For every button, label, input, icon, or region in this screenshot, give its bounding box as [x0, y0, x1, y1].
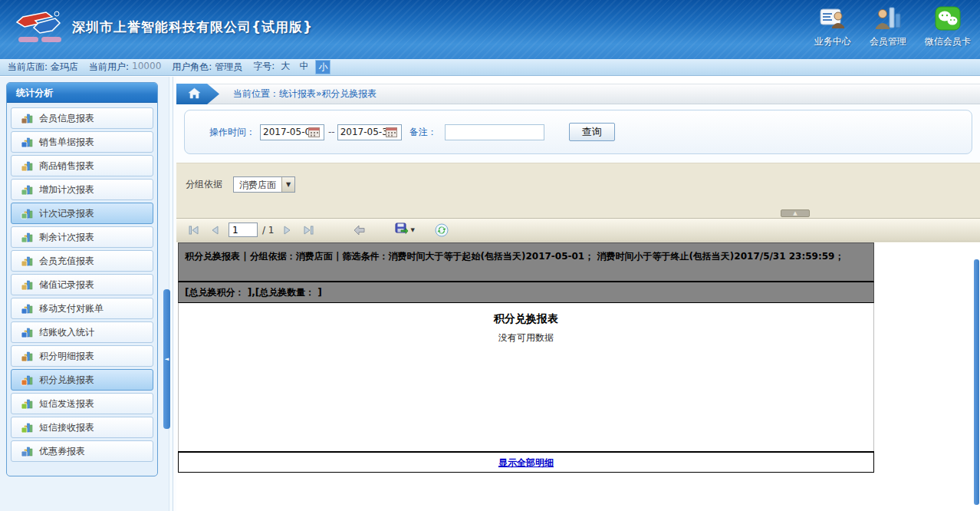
home-icon [188, 87, 201, 101]
next-page-button[interactable] [281, 223, 294, 237]
last-page-button[interactable] [301, 223, 315, 237]
page-number-input[interactable] [229, 223, 258, 237]
filter-panel: 操作时间： -- [176, 104, 980, 163]
top-header: 深圳市上誉智能科技有限公司{试用版} 业务中心 [0, 0, 980, 59]
add-count-report-icon [21, 183, 33, 196]
sidebar-item-label: 销售单据报表 [39, 136, 94, 149]
sidebar-statistics: 统计分析 会员信息报表销售单据报表商品销售报表增加计次报表计次记录报表剩余计次报… [6, 82, 158, 476]
report-body: 积分兑换报表 没有可用数据 [178, 303, 874, 451]
query-button[interactable]: 查询 [569, 123, 615, 141]
count-record-report-icon [21, 207, 33, 219]
date-from-field [260, 124, 324, 140]
coupon-report-icon [21, 445, 33, 457]
nav-label: 业务中心 [814, 35, 851, 48]
grouping-row: 分组依据 消费店面 ▼ [176, 163, 980, 193]
sidebar-item-1[interactable]: 会员信息报表 [11, 107, 153, 129]
calendar-icon[interactable] [386, 127, 397, 138]
sms-send-report-icon [21, 397, 33, 410]
sidebar-item-7[interactable]: 会员充值报表 [11, 250, 153, 272]
export-button[interactable]: ▼ [395, 223, 415, 238]
font-size-medium[interactable]: 中 [297, 60, 311, 74]
sidebar-list: 会员信息报表销售单据报表商品销售报表增加计次报表计次记录报表剩余计次报表会员充值… [7, 103, 157, 466]
export-dropdown-caret-icon: ▼ [411, 227, 415, 233]
report-footer: 显示全部明细 [178, 451, 874, 473]
report-totals-band: [总兑换积分： ],[总兑换数量： ] [178, 282, 874, 303]
font-size-small[interactable]: 小 [315, 60, 331, 74]
remaining-count-report-icon [21, 231, 33, 243]
sidebar-item-9[interactable]: 移动支付对账单 [11, 298, 153, 319]
info-bar: 当前店面:金玛店 当前用户:10000 用户角色:管理员 字号: 大 中 小 [0, 59, 980, 76]
sidebar-item-label: 积分兑换报表 [39, 374, 94, 387]
sidebar-item-14[interactable]: 短信接收报表 [11, 417, 153, 438]
sidebar-item-8[interactable]: 储值记录报表 [11, 274, 153, 295]
sidebar-item-label: 移动支付对账单 [39, 302, 104, 315]
report-toolbar: 分组依据 消费店面 ▼ ▲ / [176, 163, 980, 242]
dropdown-arrow-icon[interactable]: ▼ [281, 177, 294, 192]
sidebar-item-10[interactable]: 结账收入统计 [11, 321, 153, 343]
sidebar-title: 统计分析 [7, 83, 157, 103]
points-detail-report-icon [21, 350, 33, 362]
chevron-up-icon: ▲ [793, 210, 797, 216]
panel-splitter: ◄ [158, 77, 176, 511]
company-title: 深圳市上誉智能科技有限公司{试用版} [72, 18, 313, 36]
sidebar-item-15[interactable]: 优惠券报表 [11, 440, 153, 462]
nav-member-management[interactable]: 会员管理 [870, 6, 906, 48]
app-window: 深圳市上誉智能科技有限公司{试用版} 业务中心 [0, 0, 980, 511]
company-logo [12, 8, 67, 48]
sidebar-item-label: 商品销售报表 [39, 160, 94, 173]
user-role: 用户角色:管理员 [172, 61, 242, 74]
splitter-collapse-handle[interactable]: ◄ [163, 289, 170, 429]
main-content: 当前位置：统计报表»积分兑换报表 操作时间： [176, 77, 980, 511]
sidebar-item-13[interactable]: 短信发送报表 [11, 393, 153, 414]
date-from-input[interactable] [261, 127, 308, 137]
wechat-membercard-icon [935, 6, 961, 33]
grouping-label: 分组依据 [186, 178, 222, 191]
first-page-button[interactable] [187, 223, 201, 237]
grouping-select[interactable]: 消费店面 ▼ [233, 176, 295, 193]
vertical-scrollbar[interactable] [974, 259, 979, 505]
sidebar-item-12[interactable]: 积分兑换报表 [11, 369, 153, 391]
sidebar-item-3[interactable]: 商品销售报表 [11, 155, 153, 176]
member-info-report-icon [21, 112, 33, 124]
page-total: / 1 [262, 225, 275, 236]
date-to-field [337, 124, 402, 140]
sidebar-item-6[interactable]: 剩余计次报表 [11, 226, 153, 248]
breadcrumb: 当前位置：统计报表»积分兑换报表 [233, 87, 377, 101]
report-title: 积分兑换报表 [179, 312, 873, 326]
chevron-left-icon: ◄ [165, 356, 169, 362]
sidebar-item-label: 优惠券报表 [39, 445, 85, 458]
back-button[interactable] [353, 223, 367, 237]
goods-sales-report-icon [21, 160, 33, 172]
nav-business-center[interactable]: 业务中心 [814, 6, 851, 48]
nav-label: 微信会员卡 [925, 35, 971, 48]
date-to-input[interactable] [338, 127, 386, 137]
sidebar-item-11[interactable]: 积分明细报表 [11, 345, 153, 367]
note-label: 备注： [409, 126, 437, 139]
sidebar-item-2[interactable]: 销售单据报表 [11, 131, 153, 153]
breadcrumb-bar: 当前位置：统计报表»积分兑换报表 [176, 84, 980, 104]
sidebar-item-label: 会员信息报表 [39, 112, 94, 125]
font-size-large[interactable]: 大 [278, 60, 292, 74]
sidebar-item-label: 短信发送报表 [39, 397, 94, 410]
sidebar-item-label: 计次记录报表 [39, 207, 94, 220]
points-exchange-report-icon [21, 374, 33, 386]
note-input[interactable] [445, 124, 544, 140]
sidebar-item-label: 结账收入统计 [39, 326, 94, 339]
calendar-icon[interactable] [308, 127, 320, 138]
show-all-details-link[interactable]: 显示全部明细 [498, 457, 554, 468]
top-nav: 业务中心 会员管理 [814, 6, 971, 48]
home-pennant[interactable] [176, 84, 219, 104]
body: 统计分析 会员信息报表销售单据报表商品销售报表增加计次报表计次记录报表剩余计次报… [0, 77, 980, 511]
refresh-button[interactable] [435, 223, 449, 237]
mobile-pay-statement-icon [21, 302, 33, 315]
prev-page-button[interactable] [208, 223, 222, 237]
font-size-label: 字号: [253, 60, 275, 74]
sidebar-item-4[interactable]: 增加计次报表 [11, 179, 153, 200]
nav-wechat-membercard[interactable]: 微信会员卡 [925, 6, 971, 48]
time-filter-label: 操作时间： [209, 126, 255, 139]
sidebar-item-label: 短信接收报表 [39, 421, 94, 434]
filter-collapse-button[interactable]: ▲ [781, 209, 810, 217]
sidebar-item-5[interactable]: 计次记录报表 [11, 203, 153, 224]
date-range-separator: -- [328, 127, 335, 137]
pager-row: / 1 [176, 218, 980, 242]
